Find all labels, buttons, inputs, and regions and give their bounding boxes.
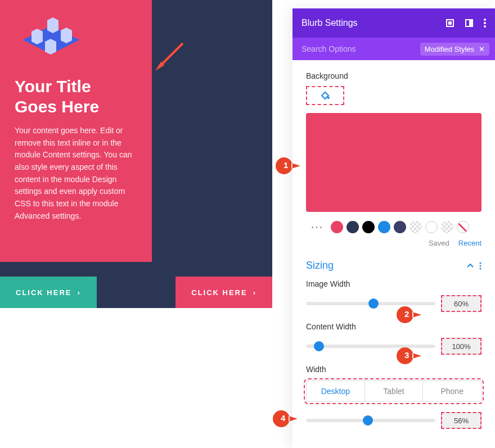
panel-header: Blurb Settings (292, 8, 495, 38)
swatch-transparent[interactable] (410, 221, 422, 233)
button-row: CLICK HERE › CLICK HERE › (0, 277, 272, 308)
swatch-transparent-2[interactable] (441, 221, 453, 233)
panel-body: Background ⋯ Saved Recent Sizing (292, 60, 495, 448)
palette-tabs: Saved Recent (306, 239, 482, 247)
svg-rect-11 (469, 20, 472, 26)
width-value[interactable]: 56% (441, 412, 482, 429)
blurb-title[interactable]: Your Title Goes Here (15, 76, 137, 117)
swatch-none[interactable] (457, 221, 469, 233)
svg-marker-2 (32, 29, 43, 44)
search-input[interactable]: Search Options (302, 44, 356, 53)
swatch-pink[interactable] (331, 221, 343, 233)
tab-desktop[interactable]: Desktop (307, 381, 364, 401)
svg-marker-4 (61, 28, 72, 43)
swatch-darknavy[interactable] (394, 221, 406, 233)
close-icon[interactable]: ✕ (479, 45, 485, 53)
svg-marker-3 (47, 17, 58, 33)
svg-point-13 (484, 22, 486, 24)
image-width-group: Image Width 60% (306, 279, 482, 312)
filter-chip[interactable]: Modified Styles ✕ (420, 43, 489, 56)
swatch-white[interactable] (425, 221, 438, 233)
svg-rect-9 (448, 21, 452, 25)
svg-marker-5 (45, 39, 56, 55)
svg-point-15 (327, 97, 330, 99)
button-label: CLICK HERE (191, 288, 247, 297)
content-width-slider[interactable] (306, 345, 435, 348)
content-width-group: Content Width 100% (306, 322, 482, 355)
svg-point-16 (480, 262, 482, 264)
panel-title: Blurb Settings (302, 18, 358, 28)
image-width-slider[interactable] (306, 302, 435, 305)
search-row: Search Options Modified Styles ✕ (292, 38, 495, 60)
content-width-value[interactable]: 100% (441, 338, 482, 355)
responsive-tabs: Desktop Tablet Phone (306, 381, 482, 402)
saved-tab[interactable]: Saved (429, 239, 449, 247)
preview-area: Your Title Goes Here Your content goes h… (0, 0, 272, 308)
annotation-arrow (152, 40, 186, 74)
button-label: CLICK HERE (16, 288, 71, 297)
swatch-blue[interactable] (378, 221, 390, 233)
swatch-navy[interactable] (346, 221, 359, 233)
color-swatches: ⋯ (306, 220, 482, 234)
image-width-value[interactable]: 60% (441, 295, 482, 312)
image-width-label: Image Width (306, 279, 482, 288)
width-label: Width (306, 365, 482, 374)
svg-point-12 (484, 19, 486, 21)
content-width-label: Content Width (306, 322, 482, 331)
more-icon[interactable]: ⋯ (310, 220, 323, 234)
width-group: Width Desktop Tablet Phone 56% (306, 365, 482, 429)
chevron-right-icon: › (77, 288, 80, 297)
tab-tablet[interactable]: Tablet (364, 381, 423, 401)
tab-phone[interactable]: Phone (422, 381, 481, 401)
svg-point-17 (480, 265, 482, 266)
width-slider[interactable] (306, 419, 435, 422)
blurb-isometric-icon (15, 15, 88, 65)
paint-bucket-icon (320, 90, 330, 101)
chevron-right-icon: › (253, 288, 256, 297)
chevron-up-icon[interactable] (467, 263, 474, 269)
panel-actions (446, 19, 486, 28)
blurb-card: Your Title Goes Here Your content goes h… (0, 0, 152, 262)
kebab-menu-icon[interactable] (479, 262, 482, 270)
kebab-menu-icon[interactable] (484, 19, 486, 28)
chip-label: Modified Styles (425, 45, 474, 53)
expand-icon[interactable] (446, 19, 454, 28)
background-color-tab[interactable] (306, 86, 344, 105)
click-here-button-right[interactable]: CLICK HERE › (176, 277, 272, 308)
blurb-body[interactable]: Your content goes here. Edit or remove t… (15, 125, 137, 223)
svg-point-14 (484, 25, 486, 28)
recent-tab[interactable]: Recent (458, 239, 482, 247)
sizing-section-header[interactable]: Sizing (306, 260, 482, 271)
click-here-button-left[interactable]: CLICK HERE › (0, 277, 97, 308)
svg-point-18 (480, 268, 482, 269)
dock-icon[interactable] (465, 19, 474, 28)
swatch-black[interactable] (362, 221, 375, 233)
background-preview[interactable] (306, 113, 482, 212)
background-label: Background (306, 71, 482, 80)
settings-panel: Blurb Settings Search Options Modified S… (292, 8, 495, 448)
section-title: Sizing (306, 260, 334, 271)
